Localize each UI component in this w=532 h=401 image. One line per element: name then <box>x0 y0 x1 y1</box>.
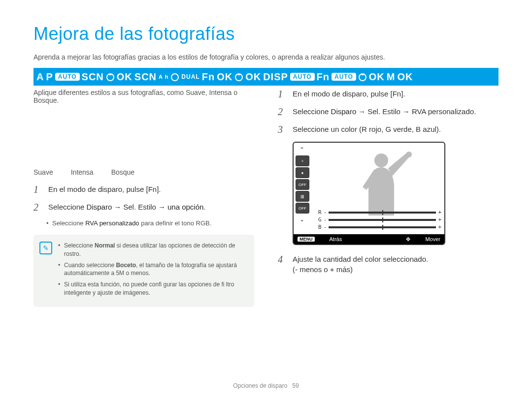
menu-badge: MENU <box>298 237 315 242</box>
mode-a: A <box>36 71 44 83</box>
lcd-icon: OFF <box>296 203 309 214</box>
slider-bar <box>329 212 436 214</box>
step-number: 1 <box>33 184 42 195</box>
step-trail: . <box>474 107 476 116</box>
note-item: Seleccione Normal si desea utilizar las … <box>58 242 246 258</box>
lcd-icon: + <box>296 155 309 166</box>
step-mid: Sel. Estilo <box>123 203 156 211</box>
note-icon: ✎ <box>39 242 52 254</box>
mode-auto-badge3: AUTO <box>332 73 356 81</box>
note-item: Si utiliza esta función, no puede confi … <box>58 280 246 297</box>
mode-bar: A P AUTO SCN OK SCN A h DUAL Fn OK OK DI… <box>33 68 499 86</box>
footer-section: Opciones de disparo <box>233 382 287 389</box>
lcd-icon: OFF <box>296 179 309 190</box>
dial-icon <box>358 71 367 83</box>
mode-ok2: OK <box>217 71 233 83</box>
step-number: 4 <box>278 254 287 275</box>
note-item: Cuando seleccione Boceto, el tamaño de l… <box>58 261 246 278</box>
mode-auto-badge: AUTO <box>55 73 80 81</box>
slider-b: B - + <box>318 224 441 230</box>
mode-scn: SCN <box>82 71 104 83</box>
lcd-caret-down-icon: ⌄ <box>296 215 308 224</box>
mode-ok5: OK <box>397 71 413 83</box>
intro-text: Aprenda a mejorar las fotografías gracia… <box>33 53 499 61</box>
dial-icon <box>106 71 115 83</box>
style-bosque: Bosque <box>111 168 134 176</box>
footer-page-number: 59 <box>292 382 299 389</box>
arrow-icon: → <box>112 203 123 211</box>
fn-button-label: Fn <box>393 90 401 98</box>
step-mid: Sel. Estilo <box>367 107 400 116</box>
slider-g: G - + <box>318 216 441 223</box>
step-trail: . <box>203 203 205 211</box>
mode-dual: DUAL <box>181 73 200 80</box>
mode-fn: Fn <box>202 71 215 83</box>
style-suave: Suave <box>33 168 53 176</box>
step-text: Seleccione un color (R rojo, G verde, B … <box>293 124 441 135</box>
svg-point-5 <box>406 152 412 157</box>
lcd-icon: ● <box>296 167 309 178</box>
step-strong: Disparo <box>331 107 357 116</box>
slider-minus: - <box>324 216 327 223</box>
step-text: En el modo de disparo, pulse [ <box>293 90 393 98</box>
slider-plus: + <box>438 209 441 216</box>
arrow-icon: → <box>400 107 412 116</box>
sub-bullet: Seleccione RVA personalizado para defini… <box>46 219 254 227</box>
fn-button-label: Fn <box>148 185 157 193</box>
left-subtitle: Aplique diferentes estilos a sus fotogra… <box>33 89 254 104</box>
mode-ok4: OK <box>369 71 385 83</box>
mode-p: P <box>46 71 53 83</box>
bullet-trail: para definir el tono RGB. <box>139 219 212 227</box>
camera-lcd: ⌃ + ● OFF ▥ OFF ⌄ <box>293 142 445 245</box>
right-step-2: 2 Seleccione Disparo→Sel. Estilo→RVA per… <box>278 106 499 117</box>
right-step-3: 3 Seleccione un color (R rojo, G verde, … <box>278 124 499 135</box>
mode-scn2: SCN <box>134 71 157 83</box>
note-lead: Seleccione <box>64 242 95 249</box>
mode-m: M <box>387 71 396 83</box>
right-step-4: 4 Ajuste la cantidad del color seleccion… <box>278 254 499 275</box>
left-column: Aplique diferentes estilos a sus fotogra… <box>33 89 254 307</box>
lcd-move-label: Mover <box>425 236 440 242</box>
mode-ok3: OK <box>245 71 261 83</box>
step-mid2: RVA personalizado <box>412 107 474 116</box>
step-text-trail: ]. <box>157 185 161 193</box>
svg-point-1 <box>171 74 178 81</box>
lcd-person-icon <box>343 148 422 216</box>
step-strong: una opción <box>167 203 203 211</box>
sub-bullets: Seleccione RVA personalizado para defini… <box>46 219 254 227</box>
right-column: 1 En el modo de disparo, pulse [Fn]. 2 S… <box>278 89 499 307</box>
slider-r: R - + <box>318 209 441 216</box>
slider-label: G <box>318 216 322 223</box>
lcd-icon: ▥ <box>296 191 309 202</box>
mode-ok: OK <box>117 71 133 83</box>
style-row: Suave Intensa Bosque <box>33 168 254 176</box>
note-strong: Boceto <box>116 262 136 269</box>
step-text: Seleccione <box>293 107 331 116</box>
note-strong: Normal <box>95 242 115 249</box>
bullet-lead: Seleccione <box>52 219 85 227</box>
step-line1: Ajuste la cantidad del color seleccionad… <box>293 254 428 264</box>
step-text-trail: ]. <box>401 90 405 98</box>
step-text: Seleccione <box>48 203 87 211</box>
slider-minus: - <box>324 224 327 230</box>
step-number: 2 <box>278 106 287 117</box>
page-footer: Opciones de disparo 59 <box>0 382 532 389</box>
note-lead: Cuando seleccione <box>64 262 116 269</box>
step-strong: Disparo <box>87 203 112 211</box>
step-text: En el modo de disparo, pulse [ <box>48 185 148 193</box>
slider-plus: + <box>438 224 441 230</box>
slider-minus: - <box>324 209 327 216</box>
arrow-icon: → <box>356 107 367 116</box>
dial-icon <box>234 71 243 83</box>
note-box: ✎ Seleccione Normal si desea utilizar la… <box>33 235 254 307</box>
mode-auto-badge2: AUTO <box>290 73 315 81</box>
right-step-1: 1 En el modo de disparo, pulse [Fn]. <box>278 89 499 99</box>
lcd-sliders: R - + G - + B - + <box>318 209 441 231</box>
left-step-2: 2 Seleccione Disparo→Sel. Estilo→una opc… <box>33 202 254 213</box>
mode-disp: DISP <box>263 71 288 83</box>
slider-plus: + <box>438 216 441 223</box>
lcd-back-label: Atrás <box>330 236 342 242</box>
slider-label: B <box>318 224 322 230</box>
dial-icon <box>170 71 179 83</box>
move-icon: ✥ <box>406 236 410 243</box>
